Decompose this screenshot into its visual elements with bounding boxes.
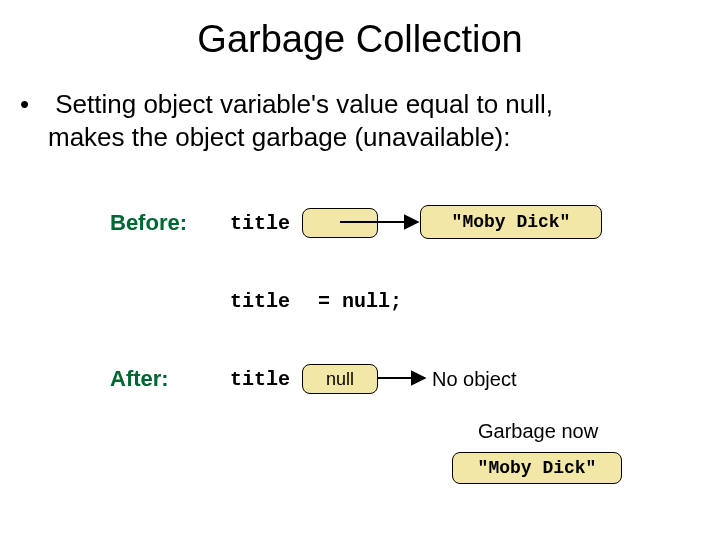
assign-var: title [230, 290, 290, 313]
garbage-now-label: Garbage now [478, 420, 598, 443]
bullet-line2: makes the object garbage (unavailable): [20, 121, 680, 154]
after-var: title [230, 368, 290, 391]
bullet-text: Setting object variable's value equal to… [20, 88, 680, 153]
after-null-box: null [302, 364, 378, 394]
garbage-value-box: "Moby Dick" [452, 452, 622, 484]
no-object-label: No object [432, 368, 517, 391]
bullet-line1: Setting object variable's value equal to… [55, 89, 553, 119]
assign-code: = null; [318, 290, 402, 313]
slide: Garbage Collection Setting object variab… [0, 0, 720, 540]
before-value-box: "Moby Dick" [420, 205, 602, 239]
slide-title: Garbage Collection [0, 18, 720, 61]
after-label: After: [110, 366, 169, 392]
before-ref-box [302, 208, 378, 238]
before-var: title [230, 212, 290, 235]
before-label: Before: [110, 210, 187, 236]
